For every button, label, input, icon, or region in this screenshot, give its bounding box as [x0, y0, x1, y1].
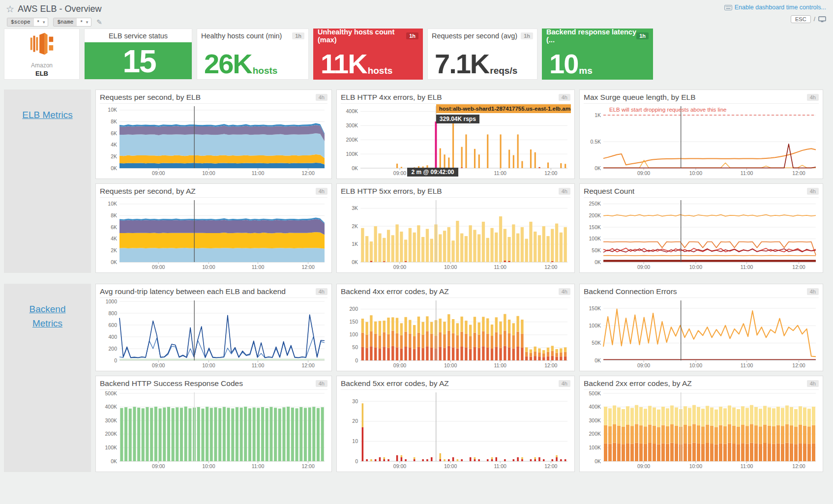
kpi-unit: reqs/s: [490, 65, 517, 76]
amazon-elb-logo-tile: Amazon ELB: [4, 29, 80, 80]
elb-metrics-note: ELB Metrics: [4, 89, 91, 273]
svg-text:300K: 300K: [589, 417, 601, 423]
svg-text:11:00: 11:00: [252, 264, 265, 270]
kpi-elb-service-status[interactable]: ELB service status 15: [84, 29, 192, 80]
svg-text:11:00: 11:00: [494, 362, 506, 368]
scope-variable-name: $scope: [7, 18, 34, 26]
svg-text:4K: 4K: [111, 236, 117, 241]
logo-brand-text: Amazon: [31, 62, 53, 69]
svg-text:09:00: 09:00: [393, 463, 406, 469]
chart-plot-request-count[interactable]: 0K50K100K150K200K250K09:0010:0011:0012:0…: [584, 198, 819, 270]
svg-text:10:00: 10:00: [689, 362, 702, 368]
chart-title: ELB HTTP 5xx errors, by ELB: [341, 187, 442, 196]
dashboard-header: ☆ AWS ELB - Overview $scope * ▾ $name * …: [0, 0, 833, 29]
svg-text:2K: 2K: [111, 247, 117, 253]
svg-text:0K: 0K: [111, 259, 117, 265]
chart-plot-backend-5xx[interactable]: 010203009:0010:0011:0012:00: [341, 390, 570, 470]
chart-plot-backend-4xx[interactable]: 05010015020009:0010:0011:0012:00: [341, 298, 570, 369]
kpi-value: 26K: [204, 52, 252, 76]
chevron-down-icon: ▾: [43, 18, 48, 26]
svg-text:400: 400: [108, 334, 117, 340]
svg-text:0K: 0K: [595, 165, 601, 171]
svg-text:4K: 4K: [111, 142, 117, 148]
chart-card-backend-2xx: Backend 2xx error codes, by AZ4h 0K100K2…: [579, 376, 823, 472]
svg-text:11:00: 11:00: [252, 463, 265, 469]
svg-text:0: 0: [114, 357, 117, 363]
svg-text:8K: 8K: [111, 212, 117, 218]
timeframe-badge: 4h: [316, 288, 327, 295]
time-controls-label: Enable dashboard time controls...: [735, 4, 826, 11]
kpi-value: 10: [549, 52, 578, 76]
chart-plot-backend-success[interactable]: 0K100K200K300K400K500K09:0010:0011:0012:…: [100, 390, 327, 470]
svg-text:50K: 50K: [592, 247, 601, 253]
chart-plot-requests-by-az[interactable]: 0K2K4K6K8K10K09:0010:0011:0012:00: [100, 198, 327, 270]
backend-metrics-section: Backend Metrics Avg round-trip latency b…: [0, 284, 833, 472]
svg-text:100K: 100K: [589, 323, 601, 328]
chart-plot-elb-4xx[interactable]: host:alb-web-shard1-287417755.us-east-1.…: [341, 104, 570, 177]
chart-plot-backend-conn-errors[interactable]: 0K50K100K150K09:0010:0011:0012:00: [584, 298, 819, 369]
name-variable-picker[interactable]: $name * ▾: [53, 18, 91, 27]
svg-text:12:00: 12:00: [301, 170, 314, 176]
chart-card-requests-by-elb: Requests per second, by ELB4h 0K2K4K6K8K…: [95, 89, 332, 179]
timeframe-badge: 1h: [636, 32, 649, 39]
scope-variable-picker[interactable]: $scope * ▾: [7, 18, 48, 27]
timeframe-badge: 4h: [559, 380, 570, 387]
timeframe-badge: 4h: [559, 188, 570, 195]
elb-metrics-link[interactable]: ELB Metrics: [22, 108, 72, 273]
svg-text:11:00: 11:00: [741, 170, 753, 176]
edit-pencil-icon[interactable]: ✎: [96, 18, 102, 26]
svg-text:500K: 500K: [589, 390, 601, 396]
monitor-icon[interactable]: [818, 16, 826, 23]
kpi-row: Amazon ELB ELB service status 15 Healthy…: [0, 29, 833, 80]
chart-card-requests-by-az: Requests per second, by AZ4h 0K2K4K6K8K1…: [95, 183, 332, 273]
chart-title: Backend 5xx error codes, by AZ: [341, 379, 449, 388]
svg-text:10:00: 10:00: [444, 264, 457, 270]
chart-title: Request Count: [584, 187, 634, 196]
esc-key-badge[interactable]: ESC: [791, 15, 811, 23]
chart-title: Max Surge queue length, by ELB: [584, 93, 695, 102]
name-variable-name: $name: [54, 18, 77, 26]
svg-text:0K: 0K: [595, 357, 601, 363]
svg-text:200: 200: [349, 306, 358, 312]
chart-plot-backend-2xx[interactable]: 0K100K200K300K400K500K09:0010:0011:0012:…: [584, 390, 819, 470]
svg-text:10:00: 10:00: [444, 362, 457, 368]
chart-plot-surge-queue[interactable]: 0K0.5K1K09:0010:0011:0012:00ELB will sta…: [584, 104, 819, 177]
svg-text:09:00: 09:00: [637, 264, 650, 270]
kpi-title: Healthy hosts count (min): [201, 32, 282, 40]
svg-text:09:00: 09:00: [393, 264, 406, 270]
svg-text:09:00: 09:00: [152, 170, 165, 176]
svg-text:09:00: 09:00: [152, 463, 165, 469]
slash-separator: /: [814, 16, 815, 23]
svg-text:09:00: 09:00: [152, 362, 165, 368]
svg-text:11:00: 11:00: [741, 362, 753, 368]
favorite-star-icon[interactable]: ☆: [6, 4, 14, 14]
chart-plot-requests-by-elb[interactable]: 0K2K4K6K8K10K09:0010:0011:0012:00: [100, 104, 327, 177]
svg-text:100: 100: [349, 331, 358, 337]
chart-plot-elb-5xx[interactable]: 0K1K2K3K09:0010:0011:0012:00: [341, 198, 570, 270]
svg-text:400K: 400K: [589, 404, 601, 410]
timeframe-badge: 4h: [316, 380, 327, 387]
hover-tooltip-host: host:alb-web-shard1-287417755.us-east-1.…: [436, 104, 571, 113]
enable-time-controls-link[interactable]: Enable dashboard time controls...: [724, 4, 826, 11]
svg-text:11:00: 11:00: [741, 463, 753, 469]
svg-text:200K: 200K: [105, 431, 117, 437]
svg-text:2K: 2K: [352, 223, 358, 229]
kpi-requests-per-second[interactable]: Requests per second (avg) 1h 7.1K reqs/s: [427, 29, 537, 80]
chart-plot-rtt-latency[interactable]: 0200400600800100009:0010:0011:0012:00: [100, 298, 327, 369]
kpi-unhealthy-hosts[interactable]: Unhealthy hosts count (max) 1h 11K hosts: [313, 29, 423, 80]
svg-text:0K: 0K: [352, 259, 358, 265]
svg-text:10:00: 10:00: [202, 463, 215, 469]
chart-title: Backend HTTP Success Response Codes: [100, 379, 243, 388]
chevron-down-icon: ▾: [86, 18, 91, 26]
backend-metrics-link[interactable]: Backend Metrics: [18, 302, 77, 472]
svg-text:1K: 1K: [595, 112, 601, 118]
kpi-backend-latency[interactable]: Backend response latency (... 1h 10 ms: [542, 29, 653, 80]
name-variable-value: *: [77, 18, 86, 26]
svg-text:100K: 100K: [346, 151, 358, 157]
svg-text:400K: 400K: [105, 404, 117, 410]
svg-text:150K: 150K: [589, 224, 601, 230]
page-title: AWS ELB - Overview: [18, 4, 101, 14]
kpi-value: 7.1K: [435, 52, 489, 76]
kpi-healthy-hosts[interactable]: Healthy hosts count (min) 1h 26K hosts: [197, 29, 309, 80]
timeframe-badge: 4h: [316, 188, 327, 195]
